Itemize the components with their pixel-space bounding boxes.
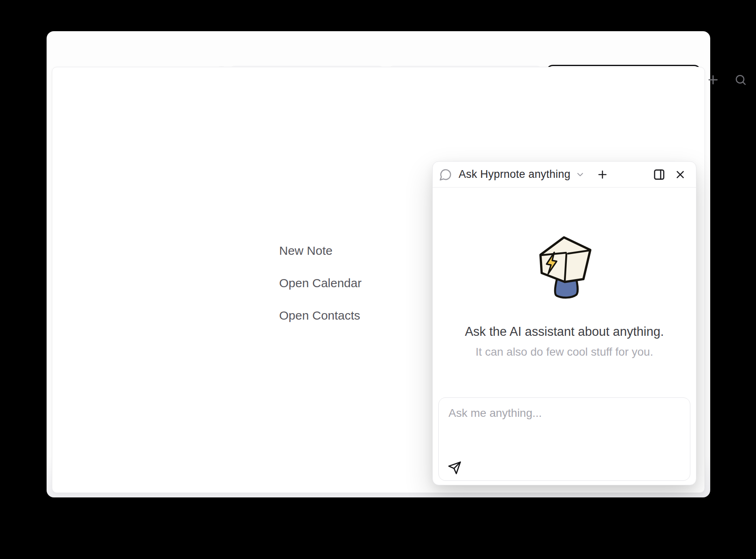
close-panel-button[interactable] — [674, 169, 686, 181]
dock-to-side-button[interactable] — [653, 169, 665, 181]
app-window: Untitled Untitled New tab New Note Open … — [47, 31, 710, 497]
assistant-empty-subtext: It can also do few cool stuff for you. — [433, 346, 696, 358]
send-icon — [448, 461, 461, 475]
search-button[interactable] — [734, 73, 747, 86]
new-chat-button[interactable] — [596, 169, 609, 181]
assistant-panel-title: Ask Hyprnote anything — [459, 168, 570, 181]
assistant-panel-header: Ask Hyprnote anything — [433, 162, 696, 188]
close-icon — [674, 169, 686, 181]
open-calendar-link[interactable]: Open Calendar — [279, 276, 361, 290]
plus-icon — [706, 73, 720, 87]
plus-icon — [596, 169, 609, 181]
chat-bubble-icon — [439, 168, 452, 181]
send-button[interactable] — [448, 461, 461, 475]
assistant-input[interactable] — [439, 398, 690, 459]
panel-right-icon — [653, 169, 665, 181]
new-tab-button[interactable] — [706, 73, 720, 87]
assistant-empty-headline: Ask the AI assistant about anything. — [433, 324, 696, 339]
conversation-selector[interactable]: Ask Hyprnote anything — [452, 168, 585, 181]
chevron-down-icon — [575, 170, 585, 179]
assistant-input-container — [438, 397, 690, 481]
new-note-link[interactable]: New Note — [279, 244, 333, 258]
ai-assistant-panel: Ask Hyprnote anything — [432, 161, 696, 485]
hyprnote-robot-mascot — [534, 234, 595, 303]
search-icon — [734, 73, 747, 86]
open-contacts-link[interactable]: Open Contacts — [279, 309, 360, 322]
